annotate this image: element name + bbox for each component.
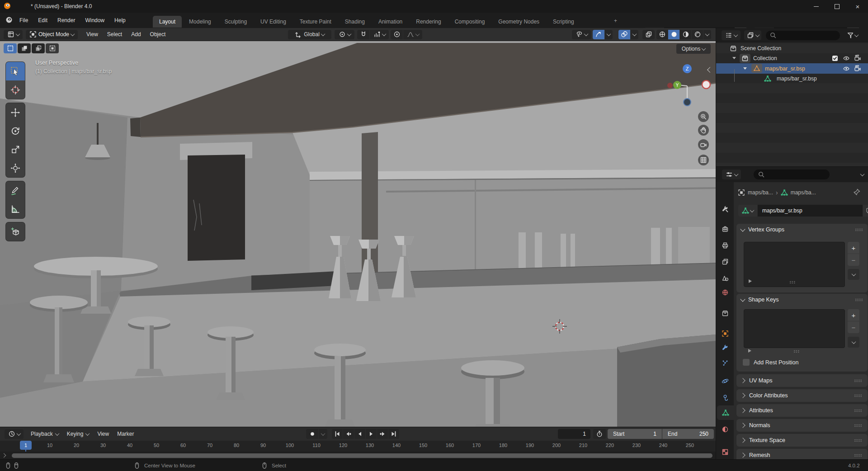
properties-options-dropdown[interactable] [857,170,868,179]
remove-vertex-group-button[interactable]: − [848,254,859,266]
properties-tab-physics[interactable] [716,374,734,388]
tool-annotate-button[interactable] [6,181,25,200]
workspace-tab-sculpting[interactable]: Sculpting [218,16,253,28]
list-expand-icon[interactable] [748,349,751,353]
outliner-search-input[interactable] [766,31,840,40]
shape-key-specials-button[interactable] [848,337,859,348]
viewport-3d[interactable]: Object Mode ViewSelectAddObject Global [0,28,716,427]
panel-grip[interactable] [854,409,862,412]
mode-dropdown[interactable]: Object Mode [26,30,78,39]
next-keyframe-button[interactable] [377,429,388,439]
workspace-tab-modeling[interactable]: Modeling [183,16,217,28]
add-workspace-button[interactable]: + [609,15,622,27]
gizmo-x-axis[interactable] [702,80,710,89]
expand-arrow[interactable] [743,67,747,70]
timeline-editor-type-button[interactable] [5,429,24,439]
panel-grip[interactable] [854,424,862,427]
tool-rotate-button[interactable] [6,122,25,140]
transform-orientation-dropdown[interactable]: Global [288,30,331,39]
outliner-editor-type-button[interactable] [722,30,741,40]
tool-transform-button[interactable] [6,159,25,177]
show-overlays-toggle[interactable] [618,30,630,39]
hide-eye-toggle[interactable] [843,55,850,62]
render-camera-toggle[interactable] [854,65,861,72]
camera-view-button[interactable] [698,139,709,150]
list-grip[interactable] [793,350,800,353]
use-preview-range-button[interactable] [593,429,606,439]
shading-solid-button[interactable] [668,30,679,39]
panel-grip[interactable] [854,454,862,457]
timeline-ruler[interactable]: 1 10203040506070809010011012013014015016… [0,441,716,452]
select-mode-subtract[interactable] [32,43,45,53]
outliner-row-mesh-data[interactable]: maps/bar_sr.bsp [716,74,868,84]
prev-keyframe-button[interactable] [343,429,354,439]
shape-keys-header[interactable]: Shape Keys [736,294,868,306]
zoom-button[interactable] [698,111,709,122]
properties-tab-view-layer[interactable] [716,254,734,269]
add-rest-position-checkbox[interactable] [743,359,750,366]
current-frame-field[interactable]: 1 [558,429,590,439]
section-attributes[interactable]: Attributes [736,404,868,417]
tool-scale-button[interactable] [6,140,25,159]
workspace-tab-layout[interactable]: Layout [153,16,182,28]
tool-cursor-button[interactable] [6,80,25,99]
timeline-menu-view[interactable]: View [94,429,113,439]
section-normals[interactable]: Normals [736,419,868,432]
workspace-tab-texture-paint[interactable]: Texture Paint [293,16,338,28]
menu-help[interactable]: Help [110,16,130,25]
close-button[interactable]: × [847,0,868,12]
show-gizmo-toggle[interactable] [593,30,604,39]
auto-keying-toggle[interactable] [306,429,318,439]
properties-search-input[interactable] [754,170,830,179]
snap-settings-dropdown[interactable] [370,30,389,39]
properties-tab-texture[interactable] [716,445,734,459]
maximize-button[interactable] [826,0,847,12]
tool-move-button[interactable] [6,103,25,122]
shading-dropdown[interactable] [703,30,711,39]
panel-grip[interactable] [855,298,863,301]
workspace-tab-shading[interactable]: Shading [339,16,371,28]
xray-toggle[interactable] [642,30,655,39]
app-menu-icon[interactable] [5,16,13,24]
shading-rendered-button[interactable] [692,30,703,39]
list-expand-icon[interactable] [749,279,752,283]
options-button[interactable]: Options [676,44,711,54]
outliner-row-object-selected[interactable]: maps/bar_sr.bsp [716,63,868,74]
viewport-menu-view[interactable]: View [82,30,102,39]
frame-start-field[interactable]: Start 1 [608,429,662,439]
select-mode-intersect[interactable] [46,43,59,53]
viewport-menu-add[interactable]: Add [127,30,145,39]
timeline-menu-playback[interactable]: Playback [27,429,62,439]
expand-arrow[interactable] [732,57,736,59]
properties-tab-scene[interactable] [716,271,734,285]
proportional-editing-toggle[interactable] [391,30,403,39]
section-uv-maps[interactable]: UV Maps [736,374,868,387]
workspace-tab-animation[interactable]: Animation [372,16,409,28]
jump-to-end-button[interactable] [388,429,399,439]
properties-tab-particles[interactable] [716,356,734,370]
playhead[interactable]: 1 [20,441,32,450]
play-reverse-button[interactable] [354,429,365,439]
snap-toggle[interactable] [357,30,369,39]
play-button[interactable] [366,429,377,439]
properties-tab-constraints[interactable] [716,391,734,405]
add-vertex-group-button[interactable]: + [848,242,859,254]
shading-wireframe-button[interactable] [656,30,668,39]
pivot-point-dropdown[interactable] [335,30,354,39]
workspace-tab-geometry-nodes[interactable]: Geometry Nodes [492,16,546,28]
menu-file[interactable]: File [15,16,32,25]
frame-end-field[interactable]: End 250 [662,429,714,439]
object-type-visibility-dropdown[interactable] [572,30,591,39]
properties-tab-object[interactable] [716,326,734,341]
properties-tab-render[interactable] [716,222,734,236]
editor-type-button[interactable] [4,30,23,39]
section-remesh[interactable]: Remesh [736,449,868,460]
navigation-gizmo[interactable]: Z Y [665,58,712,112]
render-camera-toggle[interactable] [854,55,861,62]
shading-material-button[interactable] [680,30,691,39]
ortho-toggle-button[interactable] [698,155,709,165]
menu-edit[interactable]: Edit [34,16,52,25]
select-mode-new[interactable] [4,43,17,53]
outliner-row-scene-collection[interactable]: Scene Collection [716,43,868,53]
overlays-dropdown[interactable] [631,30,638,39]
